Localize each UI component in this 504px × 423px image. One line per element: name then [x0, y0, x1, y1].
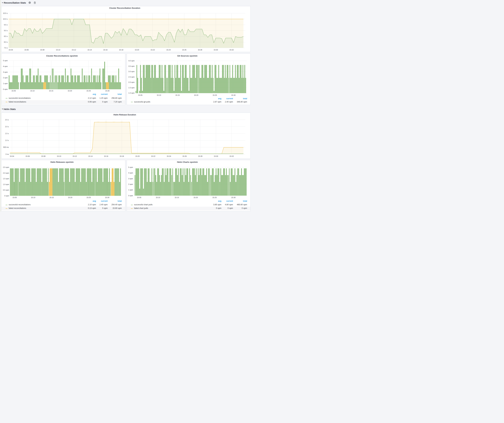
svg-text:1.0 opm: 1.0 opm — [3, 183, 9, 185]
svg-text:15:20: 15:20 — [135, 49, 139, 51]
svg-text:15:22: 15:22 — [150, 49, 155, 51]
svg-text:15:05: 15:05 — [12, 90, 16, 92]
svg-text:15:05: 15:05 — [12, 197, 17, 198]
svg-text:15:30: 15:30 — [105, 197, 109, 198]
svg-text:15:08: 15:08 — [40, 49, 45, 51]
svg-text:15:25: 15:25 — [86, 197, 91, 198]
svg-text:1.5 opm: 1.5 opm — [3, 178, 9, 180]
svg-text:15:28: 15:28 — [198, 155, 203, 157]
svg-text:9.5 s: 9.5 s — [4, 24, 8, 26]
svg-text:15:05: 15:05 — [137, 197, 141, 198]
svg-text:15:10: 15:10 — [30, 90, 35, 92]
svg-text:1.0 opm: 1.0 opm — [128, 92, 135, 94]
svg-text:15:10: 15:10 — [31, 197, 35, 198]
svg-text:2.0 opm: 2.0 opm — [128, 81, 135, 83]
svg-text:15:04: 15:04 — [10, 155, 14, 157]
svg-text:15:25: 15:25 — [213, 94, 217, 96]
svg-text:15:15: 15:15 — [175, 197, 179, 198]
svg-text:0 ns: 0 ns — [6, 153, 9, 155]
svg-text:15:14: 15:14 — [88, 155, 93, 157]
svg-text:3 opm: 3 opm — [128, 178, 133, 180]
svg-text:10.0 s: 10.0 s — [3, 18, 8, 20]
svg-text:15:12: 15:12 — [72, 49, 76, 51]
svg-text:15:08: 15:08 — [41, 155, 46, 157]
svg-text:0 opm: 0 opm — [4, 195, 9, 197]
svg-text:8.5 s: 8.5 s — [4, 35, 8, 37]
svg-text:500 ms: 500 ms — [3, 146, 9, 148]
svg-text:15:22: 15:22 — [151, 155, 155, 157]
svg-text:15:06: 15:06 — [24, 49, 29, 51]
svg-text:2.0 opm: 2.0 opm — [3, 172, 9, 174]
svg-text:15:15: 15:15 — [49, 90, 53, 92]
svg-text:15:24: 15:24 — [167, 155, 171, 157]
svg-text:15:30: 15:30 — [214, 49, 218, 51]
svg-text:1.5 s: 1.5 s — [5, 133, 9, 135]
svg-text:15:16: 15:16 — [104, 155, 108, 157]
svg-text:15:28: 15:28 — [198, 49, 202, 51]
svg-text:15:32: 15:32 — [229, 49, 234, 51]
svg-text:15:06: 15:06 — [25, 155, 30, 157]
svg-text:1.5 opm: 1.5 opm — [128, 87, 135, 89]
svg-text:3.0 opm: 3.0 opm — [128, 70, 135, 72]
svg-text:15:20: 15:20 — [193, 197, 198, 198]
svg-text:15:30: 15:30 — [105, 90, 109, 92]
svg-text:15:26: 15:26 — [182, 49, 186, 51]
svg-text:2.5 s: 2.5 s — [5, 119, 9, 121]
svg-text:9.0 s: 9.0 s — [4, 29, 8, 31]
svg-text:2.0 s: 2.0 s — [5, 126, 9, 128]
svg-text:8.0 s: 8.0 s — [4, 41, 8, 43]
svg-text:10.5 s: 10.5 s — [3, 12, 8, 14]
svg-text:15:18: 15:18 — [120, 155, 124, 157]
svg-text:15:05: 15:05 — [138, 94, 143, 96]
svg-text:4 opm: 4 opm — [128, 172, 133, 174]
svg-text:15:04: 15:04 — [9, 49, 13, 51]
svg-text:15:10: 15:10 — [156, 197, 160, 198]
svg-text:5 opm: 5 opm — [128, 166, 133, 168]
svg-text:15:30: 15:30 — [231, 197, 236, 198]
svg-text:0 opm: 0 opm — [128, 195, 133, 197]
svg-text:3.5 opm: 3.5 opm — [128, 65, 135, 67]
svg-text:15:10: 15:10 — [56, 49, 60, 51]
svg-text:15:20: 15:20 — [68, 197, 72, 198]
svg-text:5 opm: 5 opm — [3, 60, 8, 62]
svg-text:15:24: 15:24 — [166, 49, 171, 51]
svg-text:15:15: 15:15 — [49, 197, 54, 198]
svg-text:4 opm: 4 opm — [3, 65, 8, 67]
svg-text:1 opm: 1 opm — [3, 82, 8, 84]
svg-text:15:20: 15:20 — [135, 155, 140, 157]
svg-text:1.0 s: 1.0 s — [5, 139, 9, 141]
svg-text:4.0 opm: 4.0 opm — [128, 60, 135, 62]
svg-text:15:26: 15:26 — [182, 155, 187, 157]
svg-text:0.5 opm: 0.5 opm — [3, 189, 9, 191]
svg-text:15:32: 15:32 — [229, 155, 234, 157]
svg-text:15:20: 15:20 — [194, 94, 198, 96]
svg-text:15:30: 15:30 — [231, 94, 236, 96]
svg-text:15:25: 15:25 — [86, 90, 91, 92]
svg-text:15:14: 15:14 — [87, 49, 92, 51]
svg-text:15:20: 15:20 — [68, 90, 72, 92]
svg-text:15:25: 15:25 — [212, 197, 217, 198]
svg-text:2.5 opm: 2.5 opm — [128, 76, 135, 78]
svg-text:15:10: 15:10 — [57, 155, 61, 157]
svg-text:3 opm: 3 opm — [3, 71, 8, 73]
svg-text:15:15: 15:15 — [175, 94, 180, 96]
svg-text:15:10: 15:10 — [157, 94, 161, 96]
svg-text:2.5 opm: 2.5 opm — [3, 166, 9, 168]
svg-text:15:12: 15:12 — [73, 155, 77, 157]
svg-text:2 opm: 2 opm — [3, 77, 8, 79]
svg-text:15:18: 15:18 — [119, 49, 123, 51]
svg-text:0 opm: 0 opm — [3, 88, 8, 90]
svg-text:2 opm: 2 opm — [128, 183, 133, 185]
svg-text:15:16: 15:16 — [103, 49, 108, 51]
svg-text:1 opm: 1 opm — [128, 189, 133, 191]
svg-text:7.5 s: 7.5 s — [4, 47, 8, 49]
svg-text:15:30: 15:30 — [214, 155, 218, 157]
